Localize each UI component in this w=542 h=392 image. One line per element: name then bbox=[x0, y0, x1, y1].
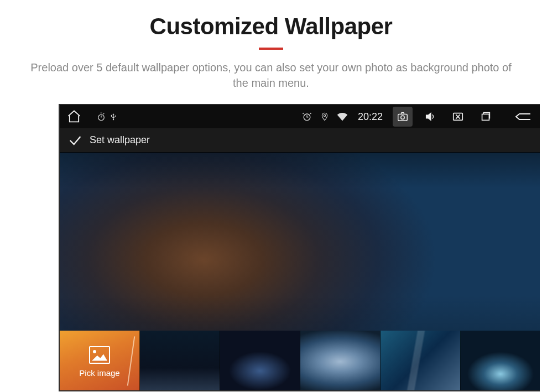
volume-icon bbox=[424, 111, 437, 123]
volume-button[interactable] bbox=[420, 107, 440, 127]
back-icon bbox=[514, 111, 533, 123]
screenshot-button[interactable] bbox=[393, 107, 413, 127]
back-button[interactable] bbox=[513, 107, 533, 127]
recents-button[interactable] bbox=[476, 107, 496, 127]
screen-off-button[interactable] bbox=[448, 107, 468, 127]
pick-image-label: Pick image bbox=[79, 368, 119, 378]
home-icon[interactable] bbox=[66, 109, 82, 124]
page-title: Customized Wallpaper bbox=[0, 13, 542, 40]
wallpaper-thumbnail[interactable] bbox=[300, 331, 381, 391]
status-bar: 20:22 bbox=[60, 105, 540, 128]
svg-rect-3 bbox=[398, 114, 408, 121]
wallpaper-thumbnail[interactable] bbox=[140, 331, 220, 391]
camera-icon bbox=[396, 111, 409, 123]
wallpaper-thumbnail[interactable] bbox=[220, 331, 300, 391]
image-icon bbox=[89, 346, 110, 364]
confirm-wallpaper-button[interactable] bbox=[67, 133, 83, 148]
device-screenshot: 20:22 bbox=[59, 104, 540, 391]
wifi-icon bbox=[337, 112, 348, 121]
location-icon bbox=[320, 111, 329, 122]
wallpaper-thumbnail[interactable] bbox=[381, 331, 461, 391]
status-time: 20:22 bbox=[358, 111, 383, 123]
screen-off-icon bbox=[451, 111, 465, 123]
recents-icon bbox=[479, 111, 492, 123]
wallpaper-thumbnail-strip[interactable]: Pick image bbox=[60, 331, 540, 391]
svg-rect-6 bbox=[482, 114, 489, 120]
wallpaper-thumbnail[interactable] bbox=[461, 331, 540, 391]
title-underline bbox=[259, 48, 283, 50]
page-subtitle: Preload over 5 default wallpaper options… bbox=[28, 60, 514, 91]
action-bar-title: Set wallpaper bbox=[90, 134, 150, 146]
pick-image-button[interactable]: Pick image bbox=[60, 331, 140, 391]
alarm-icon bbox=[301, 111, 312, 122]
stopwatch-icon bbox=[96, 112, 106, 122]
wallpaper-preview[interactable] bbox=[60, 153, 540, 331]
usb-icon bbox=[110, 112, 117, 122]
action-bar: Set wallpaper bbox=[60, 128, 540, 153]
svg-point-4 bbox=[401, 116, 404, 119]
svg-point-2 bbox=[324, 114, 325, 116]
